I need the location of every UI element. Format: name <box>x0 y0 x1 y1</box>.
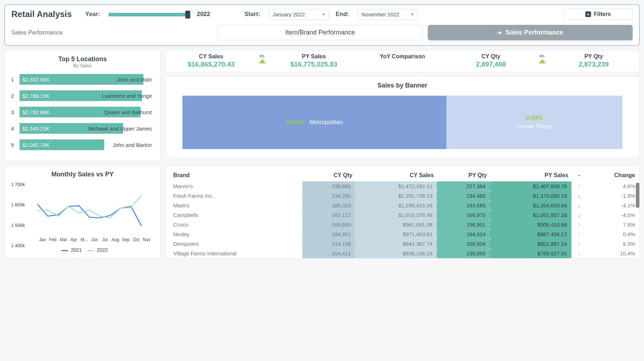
col-cysales[interactable]: CY Sales <box>355 169 437 181</box>
arrow-right-circle-icon: ➔ <box>497 30 502 36</box>
col-direction[interactable]: - <box>571 169 587 181</box>
arrow-down-icon: ↓ <box>578 193 581 199</box>
cell-cyqty: 184,951 <box>302 229 355 239</box>
top5-bar-row[interactable]: 5$2,082.78KJohn and Barton <box>11 139 154 150</box>
cell-cyqty: 234,255 <box>302 191 355 201</box>
monthly-sales-card: Monthly Sales vs PY 1 700k 1 600k 1 500k… <box>4 165 161 259</box>
top5-bar-row[interactable]: 1$2,832.95KJohn and Main <box>11 74 154 85</box>
year-slider[interactable] <box>108 11 190 18</box>
top5-bar-row[interactable]: 2$2,788.19KLawrence and Yonge <box>11 90 154 101</box>
right-column-top: CY Sales $16,865,270.43 vs. PY Sales $16… <box>165 50 640 161</box>
end-label: End: <box>336 11 349 18</box>
x-tick: Jul <box>100 237 110 242</box>
bar-outer: $2,832.95KJohn and Main <box>20 74 154 85</box>
cell-cyqty: 185,319 <box>302 201 355 210</box>
cell-pyqty: 109,504 <box>437 239 490 249</box>
cell-direction: ↑ <box>571 239 587 249</box>
x-tick: Jan <box>37 237 48 242</box>
cell-change: 10.4% <box>587 249 638 258</box>
legend-label-2022: 2022 <box>97 247 108 253</box>
page-title: Retail Analysis <box>11 9 72 19</box>
cell-brand: Dempsters <box>170 239 302 249</box>
table-row[interactable]: Marvin's238,881$1,472,162.11227,384$1,40… <box>170 181 638 191</box>
cell-direction: ↑ <box>571 229 587 239</box>
table-row[interactable]: Nesley184,951$971,493.81184,024$967,434.… <box>170 229 638 239</box>
monthly-title: Monthly Sales vs PY <box>11 171 154 178</box>
legend: 2021 2022 <box>11 247 154 253</box>
scrollbar[interactable] <box>636 183 639 208</box>
kpi-vs-sales: vs. <box>255 53 270 63</box>
slider-track <box>108 13 190 16</box>
cell-cysales: $838,156.18 <box>355 249 437 258</box>
arrow-up-icon: ↑ <box>578 241 581 247</box>
cell-pyqty: 156,901 <box>437 220 490 229</box>
table-row[interactable]: Campbells162,117$1,010,376.96166,975$1,0… <box>170 210 638 220</box>
cell-cysales: $1,299,416.26 <box>355 201 437 210</box>
series-2021 <box>37 204 142 226</box>
vs-label: vs. <box>535 53 549 58</box>
col-pysales[interactable]: PY Sales <box>490 169 571 181</box>
table-row[interactable]: Crisco165,569$981,061.28156,901$909,410.… <box>170 220 638 229</box>
kpi-py-sales: PY Sales $16,775,025.83 <box>270 53 358 68</box>
end-date-value: November 2022 <box>361 11 399 17</box>
bar-outer: $2,782.68KQueen and Bathurst <box>20 107 154 117</box>
bar-label: Mohawk and Upper James <box>89 123 152 134</box>
tab-label: Sales Performance <box>506 29 563 36</box>
kpi-label: PY Sales <box>270 53 358 60</box>
cell-brand: Mastro <box>170 201 302 210</box>
col-pyqty[interactable]: PY Qty <box>437 169 490 181</box>
banner-segment-corner-shops[interactable]: 0.00% Corner Shops <box>446 96 622 149</box>
cell-cysales: $981,061.28 <box>355 220 437 229</box>
cell-cysales: $1,010,376.96 <box>355 210 437 220</box>
cell-cyqty: 162,117 <box>302 210 355 220</box>
cell-pyqty: 227,384 <box>437 181 490 191</box>
kpi-yoy: YoY Comparison <box>358 53 447 60</box>
top5-bar-row[interactable]: 4$2,349.23KMohawk and Upper James <box>11 123 154 134</box>
table-row[interactable]: Village Farms International154,411$838,1… <box>170 249 638 258</box>
cell-direction: ↓ <box>571 201 587 210</box>
kpi-vs-qty: vs. <box>535 53 549 63</box>
kpi-value: $16,775,025.83 <box>270 60 358 68</box>
cell-cysales: $971,493.81 <box>355 229 437 239</box>
banner-chart[interactable]: 0.54% Metropolitan 0.00% Corner Shops <box>182 96 622 149</box>
bar-outer: $2,349.23KMohawk and Upper James <box>20 123 154 134</box>
slider-handle[interactable] <box>185 11 190 18</box>
top5-locations-card: Top 5 Locations By Sales 1$2,832.95KJohn… <box>4 50 161 161</box>
col-brand[interactable]: Brand <box>170 169 302 181</box>
y-tick: 1 600k <box>11 202 25 207</box>
banner-name: Metropolitan <box>309 119 343 126</box>
filters-button[interactable]: + Filters <box>564 9 633 20</box>
monthly-chart[interactable]: 1 700k 1 600k 1 500k 1 400k JanFebMarApr… <box>11 182 154 253</box>
start-date-dropdown[interactable]: January 2022 ▼ <box>269 9 329 20</box>
cell-change: -4.1% <box>587 201 638 210</box>
brand-table: Brand CY Qty CY Sales PY Qty PY Sales - … <box>170 169 638 258</box>
top5-title: Top 5 Locations <box>11 55 154 63</box>
bar-label: John and Main <box>117 74 152 85</box>
table-row[interactable]: Dempsters114,108$844,367.74109,504$801,8… <box>170 239 638 249</box>
cell-pyqty: 166,975 <box>437 210 490 220</box>
filters-label: Filters <box>594 11 611 17</box>
cell-change: 5.3% <box>587 239 638 249</box>
banner-name: Corner Shops <box>516 123 553 130</box>
x-tick: Nov <box>142 237 152 242</box>
bar-rank: 2 <box>11 93 16 99</box>
table-header-row: Brand CY Qty CY Sales PY Qty PY Sales - … <box>170 169 638 181</box>
table-row[interactable]: Fresh Farms Inc.234,255$1,352,738.19234,… <box>170 191 638 201</box>
triangle-up-icon <box>259 59 266 63</box>
col-cyqty[interactable]: CY Qty <box>302 169 355 181</box>
arrow-up-icon: ↑ <box>578 222 581 228</box>
kpi-value: 2,873,239 <box>549 60 638 68</box>
cell-direction: ↑ <box>571 249 587 258</box>
bar-label: John and Barton <box>113 139 152 150</box>
cell-cysales: $844,367.74 <box>355 239 437 249</box>
header-row-controls: Retail Analysis Year: 2022 Start: Januar… <box>11 9 633 20</box>
kpi-cy-sales: CY Sales $16,865,270.43 <box>167 53 255 68</box>
cell-direction: ↑ <box>571 220 587 229</box>
col-change[interactable]: Change <box>587 169 638 181</box>
banner-segment-metropolitan[interactable]: 0.54% Metropolitan <box>182 96 446 149</box>
table-row[interactable]: Mastro185,319$1,299,416.26193,585$1,354,… <box>170 201 638 210</box>
top5-bar-row[interactable]: 3$2,782.68KQueen and Bathurst <box>11 107 154 117</box>
end-date-dropdown[interactable]: November 2022 ▼ <box>357 9 418 20</box>
tab-item-brand-performance[interactable]: Item/Brand Performance <box>218 25 423 40</box>
tab-sales-performance[interactable]: ➔ Sales Performance <box>428 25 633 40</box>
